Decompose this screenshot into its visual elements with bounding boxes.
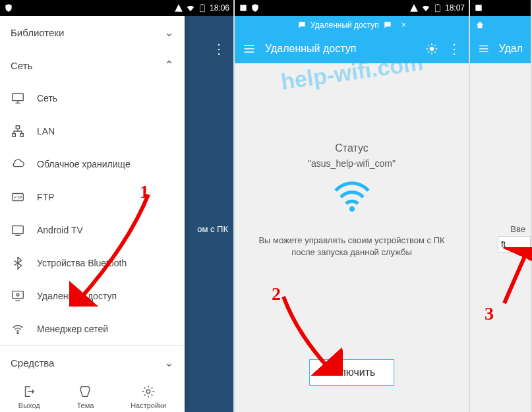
monitor-icon (11, 91, 25, 105)
svg-rect-22 (475, 5, 481, 11)
screen-3: Удал Вве ft (470, 0, 532, 412)
bluetooth-icon (11, 256, 25, 270)
clock: 18:06 (210, 3, 229, 13)
arrow-3 (501, 247, 532, 307)
svg-point-11 (17, 333, 18, 334)
drawer-bottom: Средства ⌄ Выход Тема Настройки (0, 345, 185, 412)
app-bar-title: Удаленный доступ (265, 43, 416, 55)
description: Вы можете управлять своим устройством с … (235, 235, 469, 258)
svg-rect-9 (13, 291, 24, 299)
annotation-3: 3 (485, 303, 494, 324)
home-icon (475, 20, 485, 30)
wifi-icon (186, 3, 195, 13)
chat-icon (383, 20, 392, 30)
section-tools[interactable]: Средства ⌄ (0, 346, 185, 379)
arrow-1 (69, 191, 155, 307)
annotation-1: 1 (140, 181, 149, 202)
close-icon[interactable]: × (401, 20, 406, 30)
battery-icon (198, 3, 207, 13)
svg-rect-13 (240, 5, 246, 11)
section-network[interactable]: Сеть ⌃ (0, 49, 185, 82)
menu-icon[interactable] (478, 42, 490, 55)
svg-rect-1 (202, 4, 203, 5)
theme-button[interactable]: Тема (77, 384, 94, 409)
tv-icon (11, 223, 25, 237)
statusbar: 18:07 (235, 0, 469, 16)
svg-rect-3 (16, 126, 20, 129)
notification-bar: Удаленный доступ × (235, 16, 469, 34)
label: Вве (510, 224, 525, 234)
exit-icon (22, 384, 36, 399)
section-libraries[interactable]: Библиотеки ⌄ (0, 16, 185, 49)
status-label: Статус (235, 142, 469, 154)
menu-item-network-manager[interactable]: Менеджер сетей (0, 312, 185, 345)
svg-rect-8 (13, 226, 24, 234)
svg-rect-5 (20, 134, 24, 137)
app-bar: Удаленный доступ ⋮ (235, 34, 469, 63)
theme-icon (78, 384, 92, 399)
svg-rect-14 (435, 5, 440, 11)
menu-item-lan[interactable]: LAN (0, 115, 185, 148)
annotation-2: 2 (272, 283, 281, 305)
clock: 18:07 (445, 3, 465, 13)
app-background: ⋮ ом с ПК (183, 16, 233, 412)
notification-bar (470, 16, 531, 34)
wifi-settings-icon (11, 322, 25, 336)
signal-icon (409, 3, 419, 13)
app-icon (474, 3, 483, 13)
menu-icon[interactable] (243, 42, 256, 55)
svg-point-21 (349, 206, 355, 212)
svg-point-10 (16, 293, 19, 296)
menu-item-cloud[interactable]: Облачное хранилище (0, 148, 185, 181)
app-bar: Удал (470, 34, 531, 63)
ftp-icon: FTP (11, 190, 25, 204)
svg-rect-0 (200, 5, 204, 11)
exit-button[interactable]: Выход (18, 384, 40, 409)
arrow-2 (277, 293, 343, 376)
overflow-menu-icon[interactable]: ⋮ (212, 41, 225, 57)
cloud-icon (11, 157, 25, 171)
settings-button[interactable]: Настройки (131, 384, 166, 409)
lan-icon (11, 124, 25, 138)
chevron-up-icon: ⌃ (164, 58, 174, 73)
status-value: "asus_help-wifi_com" (235, 158, 469, 169)
chevron-down-icon: ⌄ (164, 25, 174, 40)
menu-item-network[interactable]: Сеть (0, 82, 185, 115)
shield-icon (251, 3, 260, 13)
remote-icon (11, 289, 25, 303)
gear-icon (141, 384, 156, 399)
shield-icon (4, 3, 13, 13)
statusbar: 18:06 (0, 0, 233, 16)
overflow-menu-icon[interactable]: ⋮ (448, 41, 461, 57)
wifi-icon (421, 3, 430, 13)
signal-icon (174, 3, 183, 13)
svg-rect-2 (13, 94, 24, 101)
svg-rect-15 (437, 4, 438, 5)
app-icon (239, 3, 248, 13)
svg-point-12 (146, 390, 150, 394)
wifi-large-icon (332, 181, 372, 214)
battery-icon (433, 3, 442, 13)
chat-icon (297, 20, 307, 30)
svg-text:FTP: FTP (15, 195, 22, 200)
content: Статус "asus_help-wifi_com" Вы можете уп… (235, 63, 469, 258)
svg-rect-4 (13, 134, 16, 137)
statusbar (470, 0, 531, 16)
settings-icon[interactable] (425, 42, 438, 55)
svg-point-16 (430, 47, 434, 51)
app-bar-title: Удал (499, 43, 523, 55)
chevron-down-icon: ⌄ (164, 355, 174, 370)
screen-2: 18:07 Удаленный доступ × Удаленный досту… (235, 0, 470, 412)
